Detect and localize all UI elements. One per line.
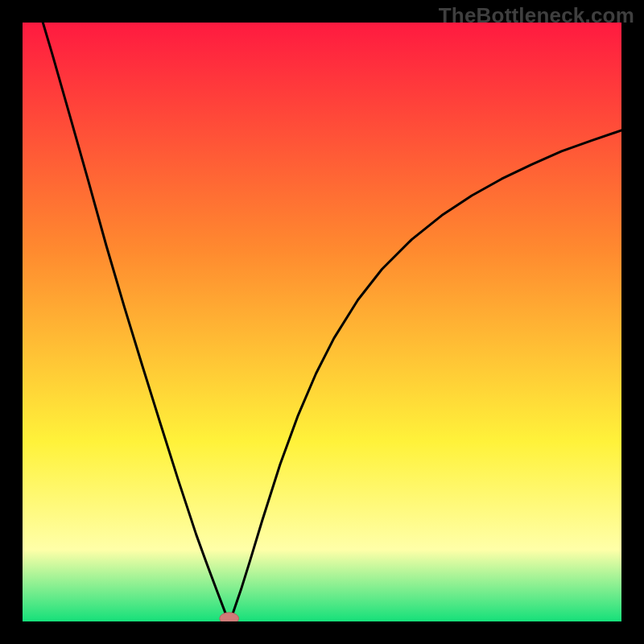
plot-container bbox=[23, 23, 621, 621]
optimal-point-marker bbox=[220, 613, 239, 621]
app-frame: TheBottleneck.com bbox=[0, 0, 644, 644]
gradient-background bbox=[23, 23, 621, 621]
bottleneck-chart bbox=[23, 23, 621, 621]
